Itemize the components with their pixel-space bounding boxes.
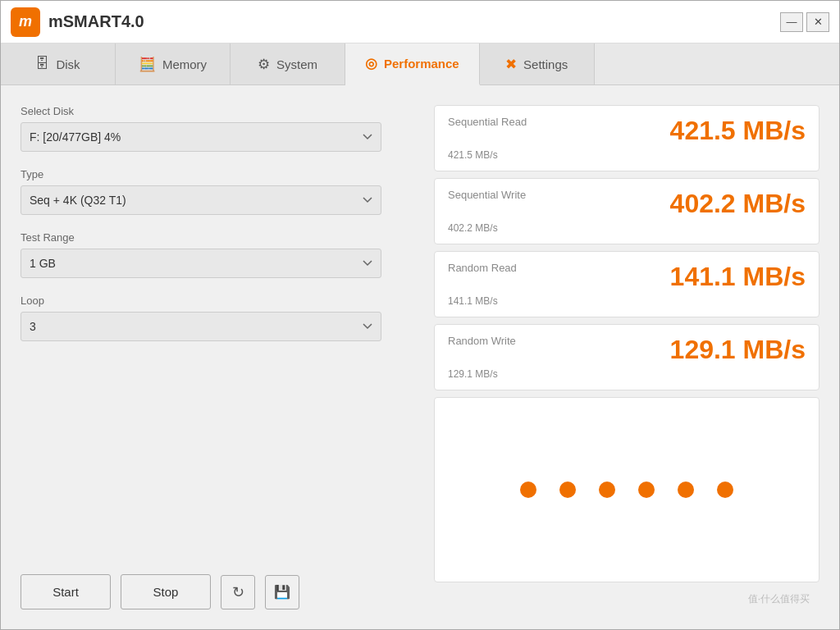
seq-write-value-small: 402.2 MB/s	[448, 222, 806, 234]
main-content: Select Disk F: [20/477GB] 4% Type Seq + …	[1, 85, 839, 629]
system-icon: ⚙	[258, 56, 270, 73]
rand-write-value-small: 129.1 MB/s	[448, 368, 806, 380]
rand-read-label: Random Read	[448, 262, 517, 274]
tab-performance-label: Performance	[384, 57, 459, 71]
title-controls: — ✕	[780, 12, 829, 32]
close-button[interactable]: ✕	[806, 12, 829, 32]
dot-4	[638, 482, 655, 498]
start-button[interactable]: Start	[21, 574, 111, 609]
dot-5	[678, 482, 694, 498]
metric-seq-write: Sequential Write 402.2 MB/s 402.2 MB/s	[434, 178, 819, 244]
tab-settings-label: Settings	[523, 57, 568, 71]
test-range-dropdown[interactable]: 1 GB	[21, 249, 381, 278]
rand-write-label: Random Write	[448, 335, 516, 347]
dots-row	[520, 482, 733, 498]
loop-group: Loop 3	[21, 294, 414, 341]
app-window: m mSMART4.0 — ✕ 🗄 Disk 🧮 Memory ⚙ System…	[0, 0, 840, 630]
tab-performance[interactable]: ◎ Performance	[345, 43, 480, 85]
loop-dropdown[interactable]: 3	[21, 312, 381, 341]
select-disk-label: Select Disk	[21, 105, 414, 117]
tab-disk-label: Disk	[56, 57, 80, 71]
metric-rand-read-header: Random Read 141.1 MB/s	[448, 262, 806, 292]
type-group: Type Seq + 4K (Q32 T1)	[21, 168, 414, 215]
tab-memory-label: Memory	[162, 57, 207, 71]
seq-read-label: Sequential Read	[448, 116, 527, 128]
tab-settings[interactable]: ✖ Settings	[480, 43, 595, 84]
refresh-icon: ↻	[232, 583, 244, 601]
metric-seq-write-header: Sequential Write 402.2 MB/s	[448, 189, 806, 219]
metric-rand-read: Random Read 141.1 MB/s 141.1 MB/s	[434, 251, 819, 317]
save-icon: 💾	[274, 584, 290, 600]
metric-seq-read-header: Sequential Read 421.5 MB/s	[448, 116, 806, 146]
performance-icon: ◎	[365, 55, 377, 72]
right-panel: Sequential Read 421.5 MB/s 421.5 MB/s Se…	[434, 105, 819, 609]
title-left: m mSMART4.0	[11, 7, 144, 37]
tab-disk[interactable]: 🗄 Disk	[1, 43, 116, 84]
logo-icon: m	[11, 7, 40, 37]
test-range-group: Test Range 1 GB	[21, 231, 414, 278]
refresh-button[interactable]: ↻	[221, 575, 255, 609]
title-bar: m mSMART4.0 — ✕	[1, 1, 839, 43]
metric-rand-write: Random Write 129.1 MB/s 129.1 MB/s	[434, 324, 819, 390]
settings-icon: ✖	[505, 56, 517, 73]
dots-card	[434, 397, 819, 582]
minimize-button[interactable]: —	[780, 12, 803, 32]
select-disk-group: Select Disk F: [20/477GB] 4%	[21, 105, 414, 152]
watermark: 值·什么值得买	[434, 589, 819, 609]
left-panel: Select Disk F: [20/477GB] 4% Type Seq + …	[21, 105, 414, 609]
tab-bar: 🗄 Disk 🧮 Memory ⚙ System ◎ Performance ✖…	[1, 43, 839, 85]
rand-read-value-small: 141.1 MB/s	[448, 295, 806, 307]
loop-label: Loop	[21, 294, 414, 307]
dot-2	[559, 482, 576, 498]
button-row: Start Stop ↻ 💾	[21, 558, 414, 609]
type-label: Type	[21, 168, 414, 180]
seq-read-value-large: 421.5 MB/s	[670, 116, 806, 146]
seq-read-value-small: 421.5 MB/s	[448, 149, 806, 161]
metric-rand-write-header: Random Write 129.1 MB/s	[448, 335, 806, 365]
app-title: mSMART4.0	[48, 12, 144, 31]
memory-icon: 🧮	[139, 56, 156, 73]
type-dropdown[interactable]: Seq + 4K (Q32 T1)	[21, 185, 381, 215]
test-range-label: Test Range	[21, 231, 414, 244]
rand-read-value-large: 141.1 MB/s	[670, 262, 806, 292]
rand-write-value-large: 129.1 MB/s	[670, 335, 806, 365]
seq-write-value-large: 402.2 MB/s	[670, 189, 806, 219]
save-button[interactable]: 💾	[265, 575, 299, 609]
metric-seq-read: Sequential Read 421.5 MB/s 421.5 MB/s	[434, 105, 819, 171]
tab-memory[interactable]: 🧮 Memory	[116, 43, 231, 84]
dot-3	[599, 482, 615, 498]
disk-icon: 🗄	[35, 56, 49, 72]
dot-6	[717, 482, 733, 498]
stop-button[interactable]: Stop	[121, 574, 211, 609]
seq-write-label: Sequential Write	[448, 189, 526, 201]
dot-1	[520, 482, 536, 498]
select-disk-dropdown[interactable]: F: [20/477GB] 4%	[21, 122, 381, 152]
tab-system-label: System	[276, 57, 317, 71]
tab-system[interactable]: ⚙ System	[231, 43, 345, 84]
